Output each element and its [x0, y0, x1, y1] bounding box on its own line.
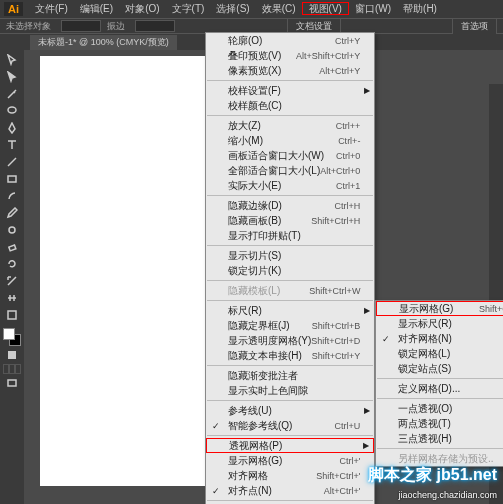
menu-item-label: 一点透视(O) [398, 402, 452, 416]
menu-item[interactable]: 隐藏定界框(J)Shift+Ctrl+B [206, 318, 374, 333]
menu-item-label: 锁定切片(K) [228, 264, 281, 278]
menu-item-label: 显示网格(G) [399, 302, 453, 316]
color-swatch[interactable] [3, 328, 21, 346]
menu-item-label: 透视网格(P) [229, 439, 282, 453]
menu-item[interactable]: 叠印预览(V)Alt+Shift+Ctrl+Y [206, 48, 374, 63]
document-tab[interactable]: 未标题-1* @ 100% (CMYK/预览) [30, 35, 177, 50]
menu-item[interactable]: 锁定切片(K) [206, 263, 374, 278]
menu-item[interactable]: 显示透明度网格(Y)Shift+Ctrl+D [206, 333, 374, 348]
shortcut: Alt+Shift+Ctrl+Y [296, 51, 360, 61]
menu-文字[interactable]: 文字(T) [166, 3, 211, 14]
shortcut: Shift+Ctrl+B [312, 321, 361, 331]
shortcut: Alt+Ctrl+' [324, 486, 361, 496]
menu-对象[interactable]: 对象(O) [119, 3, 165, 14]
pencil-tool[interactable] [3, 205, 21, 221]
menu-item[interactable]: 参考线(U)▶ [206, 403, 374, 418]
stroke-label: 振边 [107, 20, 125, 33]
svg-rect-4 [8, 311, 16, 319]
shortcut: Ctrl+U [335, 421, 361, 431]
menu-item[interactable]: 显示标尺(R) [376, 316, 503, 331]
eraser-tool[interactable] [3, 239, 21, 255]
menu-item[interactable]: 像素预览(X)Alt+Ctrl+Y [206, 63, 374, 78]
menu-编辑[interactable]: 编辑(E) [74, 3, 119, 14]
svg-rect-1 [8, 176, 16, 182]
menu-item[interactable]: 放大(Z)Ctrl++ [206, 118, 374, 133]
menu-选择[interactable]: 选择(S) [210, 3, 255, 14]
blob-tool[interactable] [3, 222, 21, 238]
separator [207, 300, 373, 301]
selection-tool[interactable] [3, 52, 21, 68]
menu-item-label: 实际大小(E) [228, 179, 281, 193]
menu-item[interactable]: 两点透视(T) [376, 416, 503, 431]
width-tool[interactable] [3, 290, 21, 306]
menu-item[interactable]: 轮廓(O)Ctrl+Y [206, 33, 374, 48]
screen-mode[interactable] [3, 375, 21, 391]
draw-mode[interactable] [3, 364, 21, 374]
menu-item[interactable]: 定义网格(D)... [376, 381, 503, 396]
menu-item[interactable]: 画板适合窗口大小(W)Ctrl+0 [206, 148, 374, 163]
menu-文件[interactable]: 文件(F) [29, 3, 74, 14]
menu-item[interactable]: 显示切片(S) [206, 248, 374, 263]
menu-item[interactable]: 一点透视(O) [376, 401, 503, 416]
menu-item-label: 另样网格存储为预设.. [398, 452, 494, 466]
separator [207, 195, 373, 196]
menu-item[interactable]: 校样颜色(C) [206, 98, 374, 113]
menu-帮助[interactable]: 帮助(H) [397, 3, 443, 14]
scale-tool[interactable] [3, 273, 21, 289]
menu-item-label: 隐藏画板(B) [228, 214, 281, 228]
menu-item-label: 隐藏渐变批注者 [228, 369, 298, 383]
menu-item[interactable]: 对齐点(N)Alt+Ctrl+' [206, 483, 374, 498]
line-tool[interactable] [3, 154, 21, 170]
separator [207, 500, 373, 501]
shortcut: Shift+Ctrl+H [311, 216, 360, 226]
menu-item[interactable]: 对齐网格Shift+Ctrl+' [206, 468, 374, 483]
pen-tool[interactable] [3, 120, 21, 136]
menu-item[interactable]: 标尺(R)▶ [206, 303, 374, 318]
menu-item[interactable]: 对齐网格(N) [376, 331, 503, 346]
menu-效果[interactable]: 效果(C) [256, 3, 302, 14]
lasso-tool[interactable] [3, 103, 21, 119]
menu-item[interactable]: 锁定站点(S) [376, 361, 503, 376]
menu-item[interactable]: 校样设置(F)▶ [206, 83, 374, 98]
type-tool[interactable] [3, 137, 21, 153]
menu-item[interactable]: 显示打印拼贴(T) [206, 228, 374, 243]
color-mode-icon[interactable] [3, 347, 21, 363]
menu-窗口[interactable]: 窗口(W) [349, 3, 397, 14]
separator [207, 400, 373, 401]
brush-tool[interactable] [3, 188, 21, 204]
menu-item[interactable]: 全部适合窗口大小(L)Alt+Ctrl+0 [206, 163, 374, 178]
menu-item-label: 画板适合窗口大小(W) [228, 149, 324, 163]
menu-item-label: 参考线(U) [228, 404, 272, 418]
menu-item-label: 定义网格(D)... [398, 382, 460, 396]
menu-item[interactable]: 隐藏画板(B)Shift+Ctrl+H [206, 213, 374, 228]
menu-item-label: 放大(Z) [228, 119, 261, 133]
free-transform-tool[interactable] [3, 307, 21, 323]
menu-item-label: 全部适合窗口大小(L) [228, 164, 320, 178]
stroke-weight[interactable] [135, 20, 175, 32]
stroke-input[interactable] [61, 20, 101, 32]
menu-item[interactable]: 实际大小(E)Ctrl+1 [206, 178, 374, 193]
menu-item-label: 锁定网格(L) [398, 347, 450, 361]
rectangle-tool[interactable] [3, 171, 21, 187]
magic-wand-tool[interactable] [3, 86, 21, 102]
menu-item-label: 校样颜色(C) [228, 99, 282, 113]
preferences-button[interactable]: 首选项 [452, 18, 497, 35]
menu-item[interactable]: 锁定网格(L) [376, 346, 503, 361]
menu-item[interactable]: 隐藏渐变批注者 [206, 368, 374, 383]
svg-rect-5 [8, 351, 16, 359]
menu-item[interactable]: 缩小(M)Ctrl+- [206, 133, 374, 148]
direct-select-tool[interactable] [3, 69, 21, 85]
shortcut: Ctrl+' [339, 456, 360, 466]
menu-item[interactable]: 显示网格(G)Ctrl+' [206, 453, 374, 468]
rotate-tool[interactable] [3, 256, 21, 272]
menu-item[interactable]: 隐藏边缘(D)Ctrl+H [206, 198, 374, 213]
menu-item[interactable]: 透视网格(P)▶ [206, 438, 374, 453]
separator [377, 398, 503, 399]
menu-item[interactable]: 智能参考线(Q)Ctrl+U [206, 418, 374, 433]
menu-item[interactable]: 显示网格(G)Shift+Ctrl+I [376, 301, 503, 316]
menu-item[interactable]: 隐藏文本串接(H)Shift+Ctrl+Y [206, 348, 374, 363]
menu-item[interactable]: 三点透视(H) [376, 431, 503, 446]
menu-item[interactable]: 显示实时上色间隙 [206, 383, 374, 398]
shortcut: Shift+Ctrl+I [479, 304, 503, 314]
menu-视图[interactable]: 视图(V) [302, 2, 349, 15]
